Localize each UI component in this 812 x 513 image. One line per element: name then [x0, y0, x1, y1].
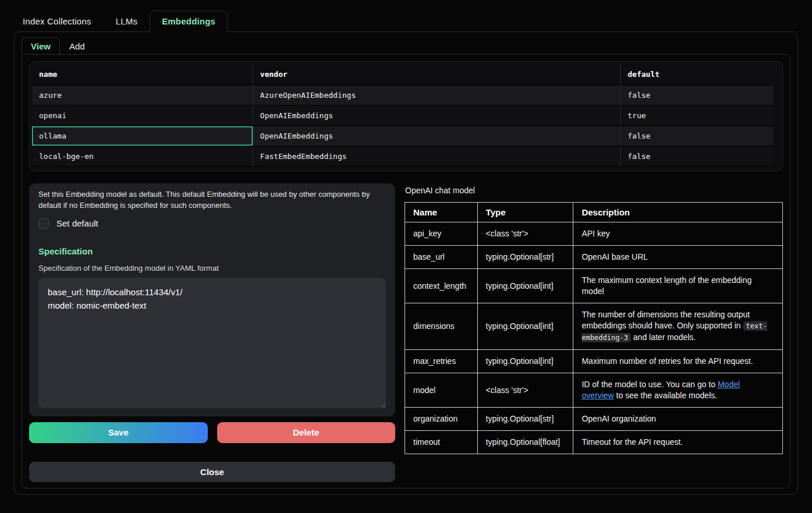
param-name: dimensions [405, 303, 478, 350]
param-type: <class 'str'> [477, 373, 573, 408]
param-row-organization: organization typing.Optional[str] OpenAI… [405, 408, 783, 431]
param-description: The maximum context length of the embedd… [573, 269, 783, 303]
param-description: OpenAI organization [573, 408, 783, 431]
param-type: <class 'str'> [477, 222, 573, 246]
save-button[interactable]: Save [29, 422, 208, 443]
tab-llms[interactable]: LLMs [104, 10, 150, 31]
param-name: api_key [405, 222, 478, 246]
param-name: organization [405, 408, 478, 431]
cell-vendor[interactable]: OpenAIEmbeddings [253, 126, 620, 146]
param-description: Timeout for the API request. [573, 431, 783, 454]
param-description: The number of dimensions the resulting o… [573, 303, 783, 350]
view-panel: name vendor default azure AzureOpenAIEmb… [22, 54, 790, 489]
model-info-title: OpenAI chat model [405, 186, 783, 195]
param-description: OpenAI base URL [573, 246, 783, 269]
yaml-spec-input[interactable]: base_url: http://localhost:11434/v1/ mod… [38, 278, 386, 408]
edit-column: Set this Embedding model as default. Thi… [29, 183, 395, 482]
param-description: ID of the model to use. You can go to Mo… [573, 373, 783, 408]
param-row-base-url: base_url typing.Optional[str] OpenAI bas… [405, 246, 783, 269]
cell-name[interactable]: azure [32, 85, 253, 105]
model-info-table: Name Type Description api_key <class 'st… [405, 202, 783, 454]
table-row-openai[interactable]: openai OpenAIEmbeddings true [32, 105, 773, 126]
cell-vendor[interactable]: AzureOpenAIEmbeddings [253, 85, 620, 105]
param-type: typing.Optional[int] [477, 350, 573, 373]
param-description: API key [573, 222, 783, 246]
param-name: timeout [405, 431, 478, 454]
param-name: model [405, 373, 478, 408]
subtab-add[interactable]: Add [60, 37, 94, 55]
param-type: typing.Optional[int] [477, 269, 573, 303]
param-name: context_length [405, 269, 478, 303]
param-row-api-key: api_key <class 'str'> API key [405, 222, 783, 246]
specification-heading: Specification [38, 246, 386, 256]
param-name: max_retries [405, 350, 478, 373]
embeddings-table-container: name vendor default azure AzureOpenAIEmb… [29, 61, 783, 171]
column-header-vendor: vendor [253, 64, 620, 85]
column-header-param-description: Description [573, 203, 783, 222]
app-root: Index Collections LLMs Embeddings View A… [0, 10, 812, 495]
param-type: typing.Optional[int] [477, 303, 573, 350]
close-button[interactable]: Close [29, 462, 395, 482]
subtab-view[interactable]: View [22, 37, 60, 55]
column-header-default: default [620, 64, 773, 85]
column-header-param-name: Name [405, 203, 478, 222]
param-name: base_url [405, 246, 478, 269]
embeddings-table-header-row: name vendor default [32, 64, 773, 85]
column-header-name: name [32, 64, 253, 85]
column-header-param-type: Type [477, 203, 573, 222]
set-default-label: Set default [56, 218, 98, 228]
param-row-dimensions: dimensions typing.Optional[int] The numb… [405, 303, 783, 350]
default-settings-panel: Set this Embedding model as default. Thi… [29, 183, 395, 416]
tab-index-collections[interactable]: Index Collections [10, 10, 104, 31]
param-row-model: model <class 'str'> ID of the model to u… [405, 373, 783, 408]
param-type: typing.Optional[str] [477, 408, 573, 431]
model-info-section: OpenAI chat model Name Type Description [405, 183, 783, 482]
action-buttons-row: Save Delete [29, 422, 395, 443]
embeddings-table: name vendor default azure AzureOpenAIEmb… [32, 64, 773, 167]
tab-embeddings[interactable]: Embeddings [150, 10, 228, 31]
param-row-timeout: timeout typing.Optional[float] Timeout f… [405, 431, 783, 454]
param-type: typing.Optional[str] [477, 246, 573, 269]
table-row-ollama-selected[interactable]: ollama OpenAIEmbeddings false [32, 126, 773, 146]
cell-name[interactable]: openai [32, 105, 253, 126]
sub-tabbar: View Add [22, 37, 790, 55]
main-tabbar: Index Collections LLMs Embeddings [0, 10, 812, 31]
embeddings-panel: View Add name vendor default [14, 31, 798, 495]
cell-default[interactable]: false [620, 126, 773, 146]
specification-helper: Specification of the Embedding model in … [38, 264, 386, 273]
delete-button[interactable]: Delete [217, 422, 396, 443]
set-default-checkbox-row[interactable]: Set default [38, 218, 98, 229]
param-description: Maximum number of retries for the API re… [573, 350, 783, 373]
param-type: typing.Optional[float] [477, 431, 573, 454]
cell-name-selected[interactable]: ollama [32, 126, 253, 146]
model-info-header-row: Name Type Description [405, 203, 783, 222]
cell-default[interactable]: false [620, 85, 773, 105]
table-row-azure[interactable]: azure AzureOpenAIEmbeddings false [32, 85, 773, 105]
default-description: Set this Embedding model as default. Thi… [38, 189, 386, 211]
table-row-local-bge-en[interactable]: local-bge-en FastEmbedEmbeddings false [32, 146, 773, 167]
cell-default[interactable]: true [620, 105, 773, 126]
cell-name[interactable]: local-bge-en [32, 146, 253, 167]
cell-vendor[interactable]: FastEmbedEmbeddings [253, 146, 620, 167]
param-row-context-length: context_length typing.Optional[int] The … [405, 269, 783, 303]
set-default-checkbox[interactable] [38, 218, 49, 229]
param-row-max-retries: max_retries typing.Optional[int] Maximum… [405, 350, 783, 373]
cell-vendor[interactable]: OpenAIEmbeddings [253, 105, 620, 126]
cell-default[interactable]: false [620, 146, 773, 167]
